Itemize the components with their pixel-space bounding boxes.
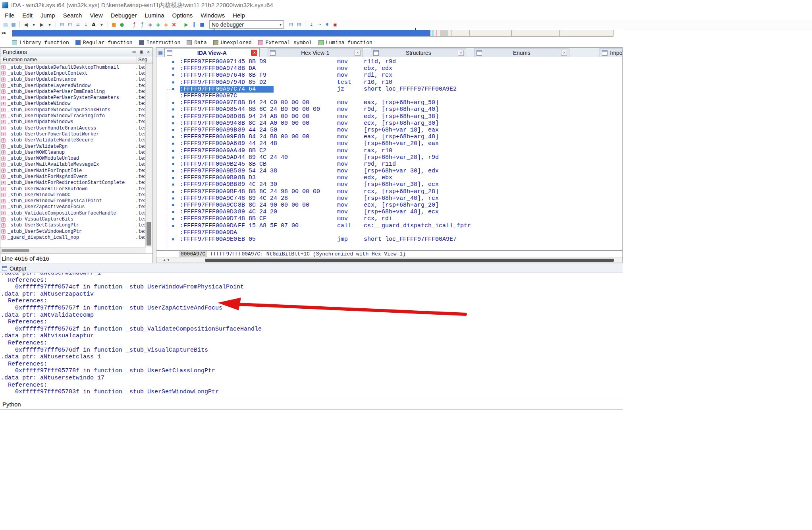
disasm-line[interactable]: :FFFF97FFF00A971 45 8B D9 mov r11d, r9d (156, 58, 622, 65)
float-panel-icon[interactable]: ▣ (139, 50, 143, 54)
function-row[interactable]: ƒ _stub_UserValidateRgn .tex (0, 143, 146, 149)
function-row[interactable]: ƒ _stub_UserUpdateWindow .tex (0, 101, 146, 107)
graph-overview-icon[interactable]: ◈ (146, 21, 154, 29)
run-until-return-icon[interactable]: ⇞ (323, 21, 331, 29)
output-panel-header[interactable]: Output (0, 264, 623, 273)
output-line[interactable]: .data ptr: aNtvisualcaptur (1, 333, 623, 340)
disasm-line[interactable]: :FFFF97FFF00A9CC 8B 8C 24 90 00 00 00 mo… (156, 202, 622, 209)
pause-process-icon[interactable]: ‖ (190, 21, 198, 29)
output-line[interactable]: References: (1, 340, 623, 347)
copy-bytes-icon[interactable]: ⊞ (58, 21, 66, 29)
callers-graph-icon[interactable]: ◈ (154, 21, 162, 29)
create-function-icon[interactable]: ƒ (130, 21, 138, 29)
navigation-band[interactable] (12, 30, 613, 37)
menu-item[interactable]: Search (59, 11, 86, 19)
tab-list-icon[interactable]: ▦ (158, 49, 163, 56)
output-line[interactable]: .data ptr: aNtvalidatecomp (1, 312, 623, 319)
menu-item[interactable]: Debugger (107, 11, 141, 19)
disasm-line[interactable]: :FFFF97FFF00A9B5 89 54 24 38 mov [rsp+68… (156, 168, 622, 174)
function-row[interactable]: ƒ _stub_UserWOWModuleUnload .tex (0, 155, 146, 161)
menu-item[interactable]: Lumina (141, 11, 168, 19)
function-row[interactable]: ƒ _stub_UserUserHandleGrantAccess .tex (0, 125, 146, 131)
output-line[interactable]: .data ptr: aNtusersetclass_1 (1, 354, 623, 361)
tab-close-icon[interactable]: × (458, 50, 464, 56)
disasm-line[interactable]: :FFFF97FFF00A97E 8B 84 24 C0 00 00 00 mo… (156, 99, 622, 106)
function-row[interactable]: ƒ _stub_VisualCaptureBits .tex (0, 216, 146, 222)
column-header-segment[interactable]: Seg (137, 56, 147, 63)
tab-structures[interactable]: Structures × (371, 48, 466, 57)
cancel-action-icon[interactable]: × (170, 21, 178, 29)
function-row[interactable]: ƒ _stub_UserUpdateWindowInputSinkHints .… (0, 107, 146, 113)
functions-vertical-scrollbar[interactable] (145, 64, 152, 247)
navband-shrink-icon[interactable]: ◂ (1, 30, 4, 35)
step-into-icon[interactable]: ⇣ (307, 21, 315, 29)
set-color-icon[interactable]: ■ (110, 21, 118, 29)
separator[interactable] (108, 21, 108, 27)
disasm-line[interactable]: :FFFF97FFF00A9AD 44 89 4C 24 40 mov [rsp… (156, 154, 622, 161)
function-row[interactable]: ƒ _stub_UserUpdatePerUserSystemParameter… (0, 95, 146, 101)
function-row[interactable]: ƒ _stub_UserValidateHandleSecure .tex (0, 137, 146, 143)
function-row[interactable]: ƒ _stub_UserWindowFromPhysicalPoint .tex (0, 198, 146, 204)
function-row[interactable]: ƒ _stub_UserSetClassLongPtr .tex (0, 222, 146, 228)
output-line[interactable]: 0xfffff97fff0574cf in function _stub_Use… (1, 284, 623, 291)
open-database-icon[interactable]: ▤ (2, 21, 10, 29)
disasm-line[interactable]: :FFFF97FFF00A9E0 EB 05 jmp short loc_FFF… (156, 236, 622, 243)
disasm-line[interactable]: :FFFF97FFF00A994 8B 8C 24 A0 00 00 00 mo… (156, 120, 622, 127)
output-line[interactable]: 0xfffff97fff05762f in function _stub_Val… (1, 326, 623, 333)
function-row[interactable]: ƒ _stub_UserUserPowerCalloutWorker .tex (0, 131, 146, 137)
maximize-panel-icon[interactable]: ▭ (132, 50, 136, 54)
output-line[interactable]: References: (1, 382, 623, 389)
tab-hex-view-1[interactable]: Hex View-1 × (268, 48, 363, 57)
functions-panel-header[interactable]: Functions ▭▣× (0, 48, 152, 56)
font-options-icon[interactable]: A (90, 21, 98, 29)
disasm-line[interactable]: :FFFF97FFF00A985 44 8B 8C 24 B0 00 00 00… (156, 106, 622, 113)
debugger-selector[interactable]: No debugger ▾ (209, 20, 284, 29)
attach-options-icon[interactable]: ⊟ (287, 21, 295, 29)
disasm-line[interactable]: :FFFF97FFF00A9D3 89 4C 24 20 mov [rsp+68… (156, 209, 622, 215)
tab-close-icon[interactable]: × (355, 50, 361, 56)
function-row[interactable]: ƒ _stub_UserWOWCleanup .tex (0, 149, 146, 155)
debugger-windows-icon[interactable]: ⊞ (295, 21, 303, 29)
disasm-line[interactable]: :FFFF97FFF00A9BB 89 4C 24 30 mov [rsp+68… (156, 181, 622, 188)
function-row[interactable]: ƒ _stub_UserUpdateDefaultDesktopThumbnai… (0, 64, 146, 70)
separator[interactable] (305, 21, 305, 27)
menu-item[interactable]: Options (168, 11, 197, 19)
step-over-icon[interactable]: ⇀ (315, 21, 323, 29)
output-line[interactable]: .data ptr: aNtusersetwindo_17 (1, 375, 623, 382)
functions-vertical-scrollbar-thumb[interactable] (147, 222, 151, 246)
disasm-line[interactable]: :FFFF97FFF00A974 8B DA mov ebx, edx (156, 65, 622, 72)
function-row[interactable]: ƒ _guard_dispatch_icall_nop .tex (0, 234, 146, 240)
output-line[interactable]: .data ptr: aNtuserzapactiv (1, 291, 623, 298)
output-line[interactable]: References: (1, 361, 623, 368)
disasm-line[interactable]: :FFFF97FFF00A9C7 48 89 4C 24 28 mov [rsp… (156, 195, 622, 202)
scrollbar-arrows-icon[interactable]: ▲▼ (163, 258, 171, 262)
function-row[interactable]: ƒ _stub_UserWakeRITForShutdown .tex (0, 186, 146, 192)
disasm-line[interactable]: :FFFF97FFF00A979 4D 85 D2 test r10, r10 (156, 79, 622, 86)
disasm-line[interactable]: :FFFF97FFF00A97C 74 64 jz short loc_FFFF… (156, 86, 622, 93)
navband-expand-icon[interactable]: ▸ (4, 30, 7, 35)
disasm-line[interactable]: :FFFF97FFF00A99B 89 44 24 50 mov [rsp+68… (156, 127, 622, 133)
function-tails-icon[interactable]: ƒ (138, 21, 146, 29)
column-header-function-name[interactable]: Function name (0, 56, 137, 63)
forward-history-icon[interactable]: ▾ (46, 21, 54, 29)
disasm-line[interactable]: :FFFF97FFF00A9DA FF 15 A8 5F 07 00 call … (156, 222, 622, 229)
separator[interactable] (128, 21, 128, 27)
output-line[interactable]: 0xfffff97fff05783f in function _stub_Use… (1, 389, 623, 396)
output-line[interactable]: References: (1, 319, 623, 326)
function-row[interactable]: ƒ _stub_UserSetWindowLongPtr .tex (0, 228, 146, 234)
navigate-forward-icon[interactable]: ▶ (38, 21, 46, 29)
tab-ida-view-a[interactable]: IDA View-A × (164, 48, 260, 57)
menu-item[interactable]: Edit (18, 11, 37, 19)
tab-close-icon[interactable]: × (251, 50, 257, 56)
function-row[interactable]: ƒ _stub_ValidateCompositionSurfaceHandle… (0, 210, 146, 216)
function-row[interactable]: ƒ _stub_UserWaitAvailableMessageEx .tex (0, 162, 146, 168)
navigate-back-icon[interactable]: ◀ (22, 21, 30, 29)
output-console[interactable]: .data ptr: aNtuserwindowfr_1 References:… (0, 273, 623, 399)
disasm-line[interactable]: :FFFF97FFF00A98D 8B 94 24 A8 00 00 00 mo… (156, 113, 622, 120)
cli-language-selector[interactable]: Python (2, 401, 21, 408)
start-process-icon[interactable]: ▶ (182, 21, 190, 29)
jump-immediate-icon[interactable]: ↓ (82, 21, 90, 29)
patch-program-icon[interactable]: ⊡ (66, 21, 74, 29)
tab-imports[interactable]: Imports × (600, 48, 622, 57)
names-list-icon[interactable]: ≡ (74, 21, 82, 29)
